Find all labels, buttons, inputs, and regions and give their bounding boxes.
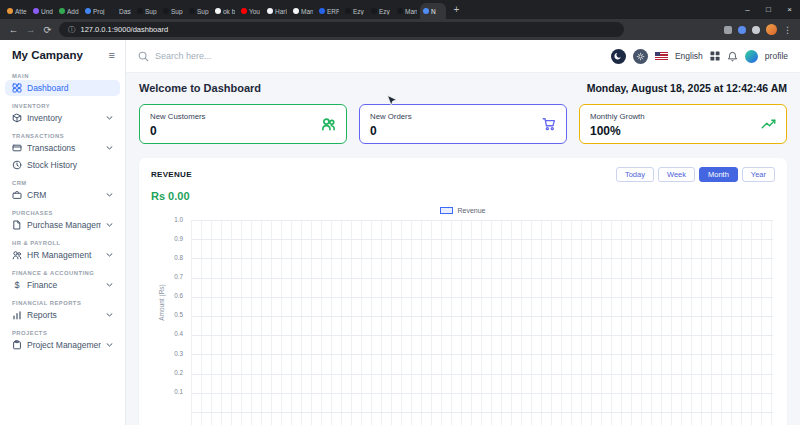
section-header-finance-accounting: FINANCE & ACCOUNTING: [12, 270, 113, 276]
sidebar-item-dashboard[interactable]: Dashboard: [5, 80, 120, 96]
sidebar-item-label: Inventory: [27, 113, 101, 123]
apps-grid-icon[interactable]: [710, 51, 720, 61]
browser-tab[interactable]: Sup: [186, 3, 212, 19]
tab-favicon: [85, 8, 91, 14]
chevron-down-icon: [106, 313, 113, 317]
browser-tab[interactable]: Und: [30, 3, 56, 19]
us-flag-icon[interactable]: [655, 52, 668, 61]
sidebar-item-label: Purchase Management: [27, 220, 101, 230]
forward-icon[interactable]: →: [25, 24, 36, 35]
browser-tab[interactable]: Ezy: [342, 3, 368, 19]
browser-menu-icon[interactable]: ⋮: [783, 25, 792, 35]
tab-favicon: [423, 8, 429, 14]
refresh-icon[interactable]: ⟳: [42, 24, 53, 35]
browser-tab[interactable]: Man: [290, 3, 316, 19]
dark-mode-toggle[interactable]: [611, 49, 626, 64]
welcome-row: Welcome to Dashboard Monday, August 18, …: [139, 82, 787, 94]
browser-tab[interactable]: Proj: [82, 3, 108, 19]
bell-icon[interactable]: [727, 51, 738, 62]
filter-week-button[interactable]: Week: [658, 167, 695, 182]
browser-tab[interactable]: Sup: [134, 3, 160, 19]
y-tick: 0.1: [174, 389, 183, 395]
extension-icon[interactable]: [724, 26, 732, 34]
legend-swatch: [440, 207, 453, 214]
moon-icon: [614, 52, 622, 60]
stat-card-new-customers[interactable]: New Customers 0: [139, 104, 347, 144]
chart-legend[interactable]: Revenue: [151, 207, 775, 214]
sidebar-item-reports[interactable]: Reports: [5, 307, 120, 323]
browser-tab-active[interactable]: N: [420, 3, 446, 19]
browser-profile-avatar[interactable]: [766, 24, 777, 35]
sidebar-item-purchase-management[interactable]: Purchase Management: [5, 217, 120, 233]
brand-title: My Campany: [12, 49, 83, 61]
browser-tab[interactable]: ERP: [316, 3, 342, 19]
browser-tab[interactable]: ok b: [212, 3, 238, 19]
tab-label: Ezy: [379, 8, 390, 15]
browser-tab[interactable]: Sup: [160, 3, 186, 19]
minimize-button[interactable]: –: [737, 0, 758, 19]
tab-favicon: [33, 8, 39, 14]
revenue-filters: Today Week Month Year: [616, 167, 775, 182]
sidebar-item-crm[interactable]: CRM: [5, 187, 120, 203]
browser-tab[interactable]: Hari: [264, 3, 290, 19]
browser-tab[interactable]: You: [238, 3, 264, 19]
sidebar-item-transactions[interactable]: Transactions: [5, 140, 120, 156]
section-header-purchases: PURCHASES: [12, 210, 113, 216]
site-info-icon[interactable]: ⓘ: [68, 25, 76, 35]
browser-tab[interactable]: Add: [56, 3, 82, 19]
sidebar-item-hr-management[interactable]: HR Management: [5, 247, 120, 263]
revenue-title: REVENUE: [151, 170, 192, 179]
app-frame: My Campany ≡ MAIN Dashboard INVENTORY In…: [0, 40, 800, 425]
stat-card-new-orders[interactable]: New Orders 0: [359, 104, 567, 144]
close-button[interactable]: ×: [779, 0, 800, 19]
tab-label: Man: [301, 8, 313, 15]
y-axis-ticks: 1.0 0.9 0.8 0.7 0.6 0.5 0.4 0.3 0.2 0.1: [165, 217, 183, 395]
profile-avatar[interactable]: [745, 50, 758, 63]
revenue-panel: REVENUE Today Week Month Year Rs 0.00 Re…: [139, 158, 787, 425]
section-header-projects: PROJECTS: [12, 330, 113, 336]
profile-label[interactable]: profile: [765, 51, 788, 61]
tab-favicon: [137, 8, 143, 14]
browser-tab[interactable]: Man: [394, 3, 420, 19]
browser-tab[interactable]: Ezy: [368, 3, 394, 19]
stat-card-monthly-growth[interactable]: Monthly Growth 100%: [579, 104, 787, 144]
tab-label: Dash: [119, 8, 131, 15]
sidebar-item-inventory[interactable]: Inventory: [5, 110, 120, 126]
tab-label: Sup: [171, 8, 183, 15]
y-tick: 0.9: [174, 236, 183, 242]
light-mode-toggle[interactable]: [633, 49, 648, 64]
filter-today-button[interactable]: Today: [616, 167, 654, 182]
back-icon[interactable]: ←: [8, 24, 19, 35]
extension-icon[interactable]: [738, 26, 746, 34]
extension-icon[interactable]: [752, 26, 760, 34]
tab-favicon: [215, 8, 221, 14]
tab-label: Proj: [93, 8, 105, 15]
document-icon: [12, 220, 22, 230]
tab-favicon: [163, 8, 169, 14]
revenue-total: Rs 0.00: [151, 190, 775, 202]
sidebar-item-label: Project Management: [27, 340, 101, 350]
address-bar[interactable]: ⓘ 127.0.0.1:9000/dashboard: [59, 22, 624, 37]
sidebar-item-project-management[interactable]: Project Management: [5, 337, 120, 353]
chevron-down-icon: [106, 146, 113, 150]
sidebar: My Campany ≡ MAIN Dashboard INVENTORY In…: [0, 40, 126, 425]
filter-month-button[interactable]: Month: [699, 167, 738, 182]
maximize-button[interactable]: □: [758, 0, 779, 19]
tab-favicon: [293, 8, 299, 14]
new-tab-button[interactable]: +: [449, 2, 464, 17]
box-icon: [12, 113, 22, 123]
svg-text:$: $: [14, 280, 19, 290]
stat-value: 0: [150, 124, 336, 138]
browser-tab[interactable]: Atte: [4, 3, 30, 19]
stat-label: New Customers: [150, 112, 336, 121]
browser-tab[interactable]: Dash: [108, 3, 134, 19]
y-tick: 1.0: [174, 217, 183, 223]
section-header-financial-reports: FINANCIAL REPORTS: [12, 300, 113, 306]
sidebar-item-finance[interactable]: $ Finance: [5, 277, 120, 293]
y-tick: 0.3: [174, 351, 183, 357]
sidebar-item-stock-history[interactable]: Stock History: [5, 157, 120, 173]
hamburger-icon[interactable]: ≡: [109, 49, 115, 61]
language-selector[interactable]: English: [675, 51, 703, 61]
search-input[interactable]: [155, 51, 603, 61]
filter-year-button[interactable]: Year: [742, 167, 775, 182]
